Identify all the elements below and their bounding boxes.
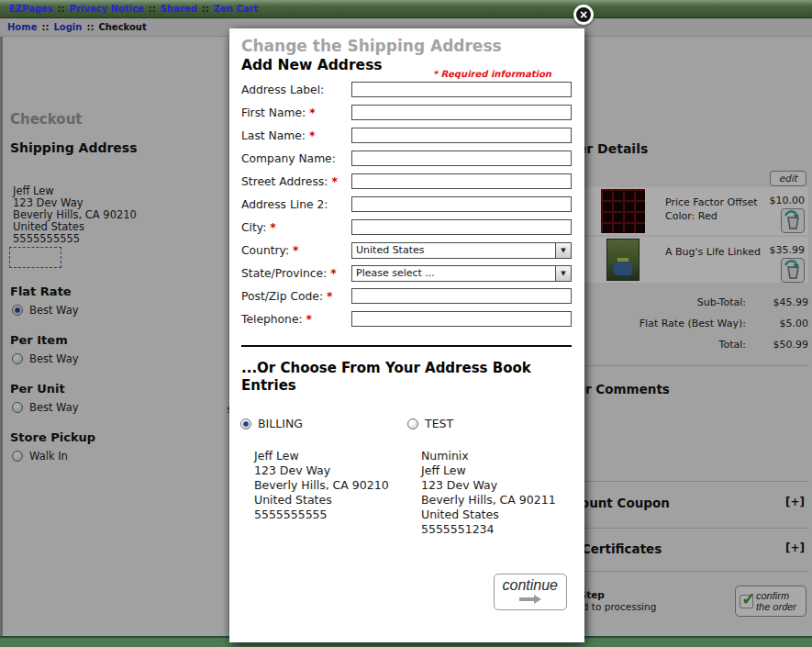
billing-radio-label: BILLING (258, 417, 303, 430)
continue-button[interactable]: continue (494, 574, 568, 610)
address-line: 5555551234 (421, 522, 556, 537)
telephone-input[interactable] (351, 311, 572, 327)
address-line: 5555555555 (254, 508, 389, 522)
form-row: Last Name:* (241, 128, 584, 143)
continue-label: continue (503, 577, 559, 594)
required-information-note: * Required information (433, 69, 551, 79)
field-label: Address Label: (241, 84, 351, 96)
topbar-separator: :: (202, 4, 209, 14)
country-select[interactable]: United States ▼ (351, 242, 572, 259)
address-book-billing-radio[interactable]: BILLING (240, 417, 303, 430)
field-label: State/Province:* (241, 267, 351, 280)
topbar-link-privacy-notice[interactable]: Privacy Notice (70, 4, 144, 14)
address-book-test-radio[interactable]: TEST (407, 417, 453, 430)
required-asterisk: * (270, 221, 275, 234)
form-row: Address Label: (241, 82, 584, 97)
close-icon[interactable]: × (573, 5, 594, 25)
required-asterisk: * (331, 175, 337, 188)
field-label: Post/Zip Code:* (241, 290, 351, 303)
form-row: Post/Zip Code:* (241, 288, 584, 304)
topbar-link-shared[interactable]: Shared (161, 4, 197, 14)
shipping-address-modal: × Change the Shipping Address Add New Ad… (229, 28, 584, 642)
ezpages-header-bar: EZPages :: Privacy Notice :: Shared :: Z… (0, 0, 812, 18)
required-asterisk: * (309, 106, 315, 119)
address-line: Beverly Hills, CA 90211 (421, 493, 556, 508)
first-name-input[interactable] (351, 105, 572, 120)
radio-test[interactable] (407, 418, 418, 429)
test-radio-label: TEST (425, 417, 453, 430)
required-asterisk: * (309, 129, 315, 142)
field-label: Country:* (241, 244, 351, 257)
form-row: City:* (241, 219, 584, 235)
address-book-title: ...Or Choose From Your Address Book Entr… (241, 360, 564, 395)
required-asterisk: * (330, 267, 336, 280)
country-selected-value: United States (356, 244, 425, 256)
address-line: Jeff Lew (421, 463, 556, 478)
address-book-choices: BILLING TEST (229, 417, 584, 430)
topbar-separator: :: (149, 4, 156, 14)
address-book-entries: Jeff Lew 123 Dev Way Beverly Hills, CA 9… (229, 449, 584, 550)
divider (241, 345, 572, 347)
form-row: Address Line 2: (241, 196, 584, 212)
post-zip-code-input[interactable] (351, 288, 572, 304)
required-asterisk: * (306, 313, 312, 326)
address-line: 123 Dev Way (421, 478, 556, 493)
address-line-2-input[interactable] (351, 196, 572, 212)
billing-address-block: Jeff Lew 123 Dev Way Beverly Hills, CA 9… (254, 449, 389, 522)
state-province-select[interactable]: Please select ... ▼ (351, 265, 572, 282)
field-label: City:* (241, 221, 351, 234)
new-address-form: Address Label: First Name:* Last Name:* … (241, 82, 584, 327)
field-label: Telephone:* (241, 313, 351, 326)
form-row: Company Name: (241, 151, 584, 166)
field-label: Last Name:* (241, 129, 351, 142)
field-label: Company Name: (241, 152, 351, 165)
topbar-link-ezpages[interactable]: EZPages (9, 4, 53, 14)
address-line: Numinix (421, 449, 556, 463)
topbar-link-zen-cart[interactable]: Zen Cart (214, 4, 258, 14)
address-label-input[interactable] (351, 82, 572, 97)
form-row: First Name:* (241, 105, 584, 120)
form-row: State/Province:* Please select ... ▼ (241, 265, 584, 281)
form-row: Telephone:* (241, 311, 584, 327)
radio-billing[interactable] (240, 418, 251, 429)
address-line: 123 Dev Way (254, 463, 389, 478)
arrow-right-icon (518, 595, 542, 604)
chevron-down-icon: ▼ (555, 266, 571, 281)
chevron-down-icon: ▼ (555, 243, 571, 258)
address-line: United States (421, 508, 556, 522)
test-address-block: Numinix Jeff Lew 123 Dev Way Beverly Hil… (421, 449, 556, 537)
address-line: United States (254, 493, 389, 508)
field-label: Street Address:* (241, 175, 351, 188)
address-line: Beverly Hills, CA 90210 (254, 478, 389, 493)
field-label: Address Line 2: (241, 198, 351, 211)
street-address-input[interactable] (351, 173, 572, 189)
city-input[interactable] (351, 219, 572, 235)
field-label: First Name:* (241, 106, 351, 119)
checkout-page: EZPages :: Privacy Notice :: Shared :: Z… (0, 0, 812, 647)
required-asterisk: * (293, 244, 298, 257)
modal-title: Change the Shipping Address (241, 38, 584, 55)
required-asterisk: * (327, 290, 332, 303)
form-row: Street Address:* (241, 173, 584, 189)
address-line: Jeff Lew (254, 449, 389, 463)
company-name-input[interactable] (351, 151, 572, 166)
last-name-input[interactable] (351, 128, 572, 143)
form-row: Country:* United States ▼ (241, 242, 584, 258)
state-selected-value: Please select ... (356, 267, 435, 279)
topbar-separator: :: (58, 4, 65, 14)
